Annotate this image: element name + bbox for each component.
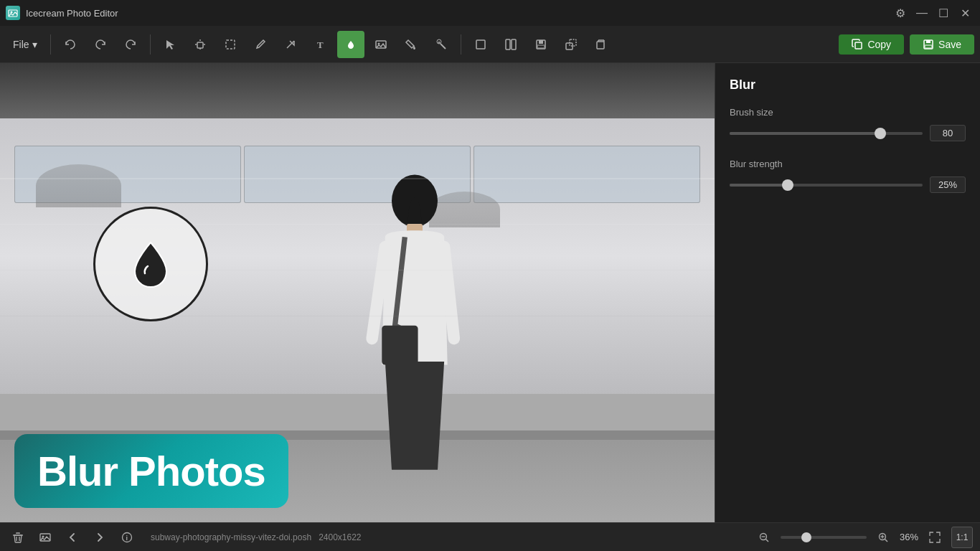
brush-size-label: Brush size [730, 107, 966, 118]
svg-point-34 [42, 535, 44, 537]
zoom-track[interactable] [781, 536, 867, 539]
redo2-button[interactable] [117, 31, 144, 58]
text-tool-button[interactable]: T [307, 31, 334, 58]
brush-size-thumb[interactable] [875, 128, 886, 139]
watermark-banner: Blur Photos [14, 434, 288, 508]
titlebar-controls: ⚙ — ☐ ✕ [891, 4, 974, 22]
blur-strength-control: Blur strength 25% [730, 159, 966, 193]
svg-rect-11 [506, 39, 510, 50]
crop-tool-button[interactable] [467, 31, 494, 58]
arrow-tool-button[interactable] [277, 31, 304, 58]
split-tool-button[interactable] [497, 31, 524, 58]
maximize-button[interactable]: ☐ [934, 4, 953, 22]
close-button[interactable]: ✕ [956, 4, 974, 22]
file-info: subway-photography-missy-vitez-doi.posh … [151, 532, 362, 542]
woman-figure [343, 155, 486, 522]
file-label: File [13, 39, 29, 50]
photo-container: Blur Photos [0, 63, 715, 522]
aspect-ratio-button[interactable]: 1:1 [951, 527, 973, 548]
prev-image-button[interactable] [62, 527, 83, 548]
minimize-button[interactable]: — [913, 4, 931, 22]
svg-rect-24 [926, 40, 930, 43]
svg-line-41 [885, 539, 887, 542]
pencil-tool-button[interactable] [247, 31, 274, 58]
blur-strength-fill [730, 184, 788, 187]
svg-rect-10 [476, 40, 485, 49]
toolbar: File ▾ [0, 26, 980, 63]
svg-line-38 [765, 539, 768, 542]
brush-size-slider-row: 80 [730, 125, 966, 141]
brush-size-control: Brush size 80 [730, 107, 966, 141]
zoom-thumb[interactable] [801, 532, 811, 542]
marquee-tool-button[interactable] [217, 31, 244, 58]
blur-strength-value[interactable]: 25% [930, 176, 966, 193]
expand-button[interactable] [924, 527, 946, 548]
svg-rect-15 [537, 45, 545, 48]
blur-strength-thumb[interactable] [782, 179, 793, 191]
blur-strength-track[interactable] [730, 184, 923, 187]
redo-button[interactable] [87, 31, 114, 58]
svg-text:i: i [126, 534, 128, 542]
select-tool-button[interactable] [156, 31, 184, 58]
toolbar-right: Copy Save [839, 34, 974, 55]
zoom-value: 36% [900, 532, 918, 542]
svg-rect-29 [382, 326, 418, 365]
thumbnails-button[interactable] [34, 527, 56, 548]
svg-text:T: T [317, 39, 324, 50]
app-icon [6, 6, 20, 20]
svg-rect-18 [597, 42, 604, 49]
svg-rect-3 [226, 40, 235, 49]
save-image-button[interactable] [527, 31, 555, 58]
pan-tool-button[interactable] [187, 31, 214, 58]
copy-label: Copy [867, 39, 891, 50]
toolbar-separator-1 [50, 34, 51, 55]
save-button[interactable]: Save [910, 34, 974, 55]
fill-tool-button[interactable] [397, 31, 425, 58]
svg-line-8 [440, 44, 446, 49]
file-menu-button[interactable]: File ▾ [6, 32, 44, 57]
brush-size-fill [730, 132, 880, 135]
copy-button[interactable]: Copy [839, 34, 904, 55]
toolbar-separator-3 [461, 34, 461, 55]
photo-background: Blur Photos [0, 63, 715, 522]
svg-rect-22 [855, 42, 862, 49]
svg-rect-33 [40, 534, 50, 541]
resize-tool-button[interactable] [557, 31, 585, 58]
app-title: Icecream Photo Editor [26, 8, 118, 19]
svg-rect-14 [539, 40, 543, 44]
settings-button[interactable]: ⚙ [891, 4, 910, 22]
svg-rect-12 [512, 39, 516, 50]
bottombar: i subway-photography-missy-vitez-doi.pos… [0, 522, 980, 551]
panel-title: Blur [730, 77, 966, 93]
magic-wand-button[interactable] [428, 31, 455, 58]
titlebar-left: Icecream Photo Editor [6, 6, 118, 20]
svg-rect-25 [925, 45, 932, 48]
ratio-label: 1:1 [956, 532, 969, 542]
undo-button[interactable] [57, 31, 84, 58]
insert-image-button[interactable] [367, 31, 395, 58]
dimensions: 2400x1622 [319, 532, 361, 542]
canvas-area[interactable]: Blur Photos [0, 63, 715, 522]
blur-strength-slider-row: 25% [730, 176, 966, 193]
next-image-button[interactable] [89, 527, 110, 548]
zoom-in-button[interactable] [872, 527, 894, 548]
zoom-controls: 36% [753, 527, 918, 548]
watermark-text: Blur Photos [37, 448, 265, 494]
brush-size-track[interactable] [730, 132, 923, 135]
blur-strength-label: Blur strength [730, 159, 966, 169]
svg-point-1 [11, 11, 13, 14]
file-chevron: ▾ [32, 39, 37, 50]
toolbar-separator-2 [150, 34, 151, 55]
svg-rect-2 [197, 42, 203, 48]
rotate-tool-button[interactable] [588, 31, 615, 58]
filename: subway-photography-missy-vitez-doi.posh [151, 532, 311, 542]
zoom-out-button[interactable] [753, 527, 775, 548]
main-content: Blur Photos Blur Brush size 80 [0, 63, 980, 522]
right-panel: Blur Brush size 80 Blur strength 25% [715, 63, 980, 522]
info-button[interactable]: i [116, 527, 138, 548]
blur-tool-button[interactable] [337, 31, 364, 58]
svg-point-7 [377, 42, 380, 44]
brush-size-value[interactable]: 80 [930, 125, 966, 141]
delete-button[interactable] [7, 527, 29, 548]
titlebar: Icecream Photo Editor ⚙ — ☐ ✕ [0, 0, 980, 26]
